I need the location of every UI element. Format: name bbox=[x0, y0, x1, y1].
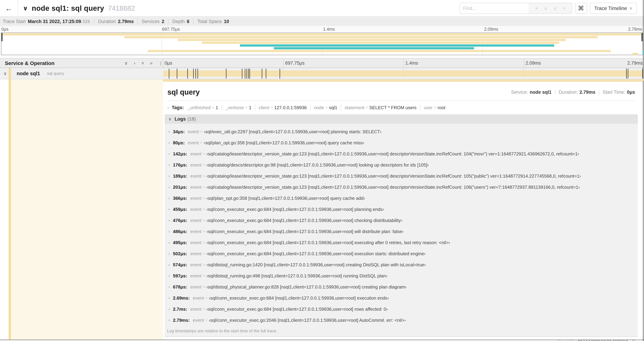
log-marker-tick bbox=[266, 69, 266, 79]
log-equals: = bbox=[205, 318, 208, 322]
log-row[interactable]: ›201μs:event=‹sql/catalog/lease/descript… bbox=[165, 182, 638, 193]
back-button[interactable]: ← bbox=[0, 0, 18, 17]
span-detail-meta: Service:node sql1Duration:2.79msStart Ti… bbox=[511, 90, 635, 95]
log-row[interactable]: ›80μs:event=‹sql/plan_opt.go:358 [nsql1,… bbox=[165, 137, 638, 148]
tag-value: SELECT * FROM users bbox=[369, 105, 416, 110]
minimap-span-row bbox=[2, 53, 642, 55]
span-operation-name: sql query bbox=[47, 71, 64, 76]
ruler-cell: 697.75μs bbox=[284, 59, 404, 68]
stat-item: Total Spans10 bbox=[197, 19, 229, 24]
find-box: ⌖ ∧ ∨ × bbox=[460, 3, 572, 14]
trace-page-header: ← ∨ node sql1: sql query 7418682 ⌖ ∧ ∨ ×… bbox=[0, 0, 644, 17]
log-row[interactable]: ›486μs:event=‹sql/conn_executor_exec.go:… bbox=[165, 226, 638, 237]
locate-icon[interactable]: ⌖ bbox=[535, 6, 538, 11]
log-row[interactable]: ›34μs:event=‹sql/exec_util.go:2297 [nsql… bbox=[165, 126, 638, 137]
log-row[interactable]: ›678μs:event=‹sql/distsql_physical_plann… bbox=[165, 281, 638, 292]
span-bar-cell[interactable] bbox=[163, 68, 643, 79]
log-row[interactable]: ›2.7ms:event=‹sql/conn_executor_exec.go:… bbox=[165, 303, 638, 315]
stat-item: Depth6 bbox=[172, 19, 190, 24]
log-value: ‹sql/catalog/lease/descriptor_version_st… bbox=[206, 173, 581, 179]
detail-divider bbox=[168, 101, 635, 101]
stats-separator bbox=[168, 19, 168, 24]
expand-one-icon[interactable]: › bbox=[134, 60, 136, 66]
stats-separator bbox=[138, 19, 138, 24]
minimap-left-drag-handle[interactable] bbox=[2, 33, 2, 41]
log-field-name: event bbox=[190, 262, 201, 267]
log-field-name: event bbox=[190, 173, 201, 179]
minimap-span-row bbox=[2, 44, 642, 47]
log-marker-tick bbox=[245, 69, 245, 79]
log-timestamp: 495μs: bbox=[173, 240, 187, 245]
spanid-footer: SpanID: 4877749850101760812 bbox=[163, 337, 640, 341]
tag-item: statement=SELECT * FROM users bbox=[344, 105, 416, 110]
log-equals: = bbox=[203, 240, 205, 245]
log-marker-tick bbox=[248, 69, 249, 79]
clear-find-icon[interactable]: × bbox=[563, 6, 566, 11]
timeline-minimap[interactable] bbox=[1, 33, 643, 55]
collapse-controls: ∨ › « » bbox=[124, 60, 152, 66]
log-row[interactable]: ›2.69ms:event=‹sql/conn_executor_exec.go… bbox=[165, 292, 638, 303]
log-row[interactable]: ›597μs:event=‹sql/distsql_running.go:498… bbox=[165, 270, 638, 281]
tag-key: client bbox=[259, 105, 269, 110]
log-row[interactable]: ›142μs:event=‹sql/catalog/lease/descript… bbox=[165, 148, 638, 159]
log-field-name: event bbox=[190, 240, 201, 245]
log-field-name: event bbox=[190, 162, 201, 168]
span-row-node-sql1[interactable]: ∨ node sql1 sql query bbox=[0, 68, 644, 79]
log-field-name: event bbox=[190, 207, 201, 212]
minimap-right-drag-handle[interactable] bbox=[642, 33, 642, 41]
tag-item: _verbose=1 bbox=[226, 105, 251, 110]
log-expand-chevron-icon: › bbox=[168, 207, 170, 212]
log-row[interactable]: ›495μs:event=‹sql/conn_executor_exec.go:… bbox=[165, 237, 638, 248]
find-input[interactable] bbox=[460, 3, 529, 14]
log-timestamp: 597μs: bbox=[173, 273, 187, 279]
trace-timeline-page: ← ∨ node sql1: sql query 7418682 ⌖ ∧ ∨ ×… bbox=[0, 0, 644, 341]
stat-label: Services bbox=[142, 19, 160, 24]
log-row[interactable]: ›574μs:event=‹sql/distsql_running.go:142… bbox=[165, 259, 638, 270]
log-expand-chevron-icon: › bbox=[168, 174, 170, 178]
log-value: ‹sql/conn_executor_exec.go:2046 [nsql1,c… bbox=[209, 318, 406, 323]
tag-equals: = bbox=[245, 105, 248, 110]
log-row[interactable]: ›459μs:event=‹sql/conn_executor_exec.go:… bbox=[165, 204, 638, 215]
span-collapse-chevron-icon[interactable]: ∨ bbox=[4, 71, 7, 76]
stat-item: Services2 bbox=[142, 19, 164, 24]
expand-all-icon[interactable]: » bbox=[150, 60, 152, 66]
collapse-one-icon[interactable]: ∨ bbox=[124, 60, 128, 66]
log-field-name: event bbox=[193, 295, 204, 301]
collapse-all-icon[interactable]: « bbox=[140, 62, 146, 65]
prev-match-icon[interactable]: ∧ bbox=[544, 6, 548, 11]
tags-title: Tags: bbox=[172, 105, 184, 110]
log-row[interactable]: ›176μs:event=‹sql/catalog/descs/descript… bbox=[165, 159, 638, 171]
log-row[interactable]: ›502μs:event=‹sql/conn_executor_exec.go:… bbox=[165, 248, 638, 259]
log-value: ‹sql/plan_opt.go:358 [nsql1,client=127.0… bbox=[204, 140, 364, 146]
meta-label: Service: bbox=[511, 90, 528, 95]
log-row[interactable]: ›189μs:event=‹sql/catalog/lease/descript… bbox=[165, 171, 638, 182]
next-match-icon[interactable]: ∨ bbox=[554, 6, 557, 11]
logs-header[interactable]: ∨ Logs (18) bbox=[165, 114, 638, 124]
log-equals: = bbox=[200, 129, 202, 134]
timeline-bottom-border bbox=[0, 339, 644, 340]
stat-label: Trace Start bbox=[3, 19, 26, 24]
view-selector-button[interactable]: Trace Timeline ∨ bbox=[590, 3, 637, 14]
column-resizer-handle[interactable]: ∥ bbox=[158, 61, 163, 66]
tags-row[interactable]: ›Tags:_unfinished=1_verbose=1client=127.… bbox=[168, 104, 635, 112]
log-value: ‹sql/distsql_running.go:498 [nsql1,clien… bbox=[206, 273, 387, 279]
log-timestamp: 476μs: bbox=[173, 218, 187, 223]
log-expand-chevron-icon: › bbox=[168, 307, 170, 311]
keyboard-shortcuts-button[interactable]: ⌘ bbox=[575, 3, 587, 14]
minimap-tick-labels: 0μs697.75μs1.4ms2.09ms2.79ms bbox=[0, 27, 644, 32]
stat-item: Duration2.79ms bbox=[98, 19, 134, 24]
trace-collapse-chevron-icon[interactable]: ∨ bbox=[23, 5, 28, 12]
tag-key: statement bbox=[344, 105, 364, 110]
tag-equals: = bbox=[326, 105, 328, 110]
log-row[interactable]: ›2.79ms:event=‹sql/conn_executor_exec.go… bbox=[165, 315, 638, 326]
log-timestamp: 201μs: bbox=[173, 185, 187, 190]
minimap-span-bar bbox=[632, 53, 638, 55]
meta-value: 2.79ms bbox=[580, 90, 595, 95]
right-edge-tan-mark bbox=[643, 79, 644, 81]
log-row[interactable]: ›476μs:event=‹sql/conn_executor_exec.go:… bbox=[165, 215, 638, 226]
log-equals: = bbox=[200, 141, 202, 145]
span-duration-bar[interactable] bbox=[163, 71, 643, 77]
meta-label: Start Time: bbox=[602, 90, 625, 95]
log-row[interactable]: ›366μs:event=‹sql/plan_opt.go:358 [nsql1… bbox=[165, 193, 638, 204]
log-expand-chevron-icon: › bbox=[168, 251, 170, 256]
